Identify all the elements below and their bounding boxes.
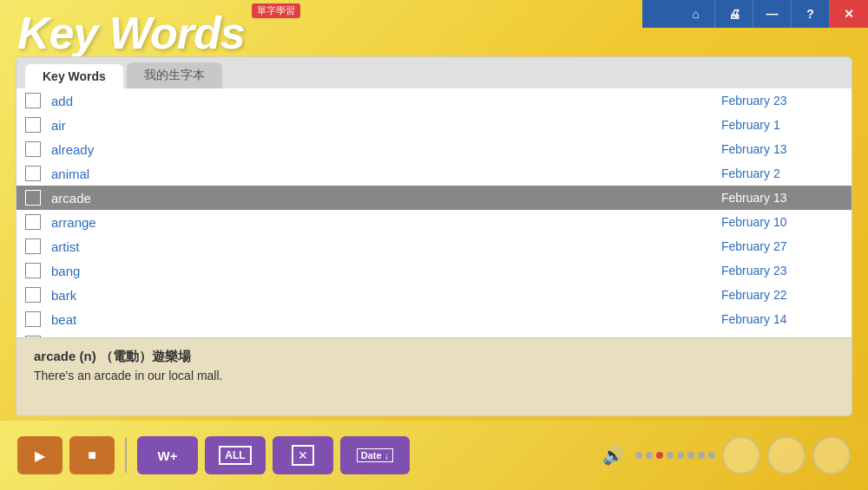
word-checkbox[interactable]	[25, 238, 41, 254]
word-row[interactable]: artistFebruary 27	[16, 234, 852, 258]
random-button[interactable]: ✕	[273, 436, 333, 474]
word-checkbox[interactable]	[25, 214, 41, 230]
toolbar-divider	[125, 438, 127, 473]
word-row[interactable]: arrangeFebruary 10	[16, 210, 852, 234]
word-date: February 14	[721, 312, 843, 326]
all-button[interactable]: ALL	[205, 436, 266, 474]
word-date: February 27	[721, 239, 843, 253]
word-checkbox[interactable]	[25, 287, 41, 303]
word-row[interactable]: barkFebruary 22	[16, 283, 852, 307]
volume-dot[interactable]	[656, 452, 663, 459]
help-button[interactable]: ?	[792, 0, 830, 28]
word-text: already	[51, 142, 721, 157]
word-text: arcade	[51, 191, 721, 206]
volume-dot[interactable]	[667, 452, 674, 459]
word-checkbox[interactable]	[25, 263, 41, 278]
date-icon: Date ↓	[357, 448, 393, 462]
word-date: February 2	[721, 167, 843, 180]
word-checkbox[interactable]	[25, 166, 41, 181]
word-list[interactable]: addFebruary 23airFebruary 1alreadyFebrua…	[16, 88, 852, 337]
word-checkbox[interactable]	[25, 93, 41, 108]
play-icon: ▶	[35, 448, 45, 464]
word-checkbox[interactable]	[25, 190, 41, 206]
tab-bar: Key Words 我的生字本	[16, 57, 852, 88]
word-row[interactable]: beatFebruary 14	[16, 307, 852, 331]
word-text: bark	[51, 288, 721, 303]
word-text: air	[51, 118, 721, 133]
word-row[interactable]: alreadyFebruary 13	[16, 137, 852, 161]
volume-slider[interactable]	[635, 452, 715, 459]
badge-label: 單字學習	[252, 3, 300, 18]
play-button[interactable]: ▶	[17, 436, 62, 474]
volume-dot[interactable]	[687, 452, 694, 459]
volume-dot[interactable]	[677, 452, 684, 459]
word-text: arrange	[51, 215, 721, 230]
volume-dot[interactable]	[698, 452, 705, 459]
top-nav-bar: ⌂ 🖨 — ? ✕	[642, 0, 868, 28]
word-checkbox[interactable]	[25, 141, 41, 157]
stop-icon: ■	[88, 448, 96, 463]
definition-panel: arcade (n) （電動）遊樂場 There's an arcade in …	[16, 337, 852, 415]
word-row[interactable]: animalFebruary 2	[16, 161, 852, 186]
word-text: beat	[51, 312, 721, 327]
print-button[interactable]: 🖨	[715, 0, 753, 28]
word-row[interactable]: bangFebruary 23	[16, 258, 852, 283]
stop-button[interactable]: ■	[69, 436, 115, 474]
volume-dot[interactable]	[646, 452, 653, 459]
circle-btn-1[interactable]	[722, 436, 760, 474]
circle-btn-2[interactable]	[767, 436, 806, 474]
word-row[interactable]: arcadeFebruary 13	[16, 186, 852, 210]
all-label: ALL	[219, 446, 251, 465]
word-row[interactable]: airFebruary 1	[16, 113, 852, 137]
minimize-button[interactable]: —	[753, 0, 792, 28]
date-sort-button[interactable]: Date ↓	[340, 436, 410, 474]
word-date: February 10	[721, 215, 843, 229]
volume-control: 🔊	[597, 440, 715, 471]
word-date: February 13	[721, 142, 843, 156]
word-date: February 13	[721, 191, 843, 205]
volume-dot[interactable]	[635, 452, 642, 459]
word-checkbox[interactable]	[25, 117, 41, 133]
word-row[interactable]: addFebruary 23	[16, 88, 852, 113]
main-content-panel: Key Words 我的生字本 addFebruary 23airFebruar…	[16, 56, 852, 416]
definition-example: There's an arcade in our local mall.	[34, 369, 834, 382]
tab-key-words[interactable]: Key Words	[25, 64, 123, 88]
tab-my-vocab[interactable]: 我的生字本	[127, 62, 222, 88]
word-row[interactable]: beeFebruary 22	[16, 331, 852, 337]
random-icon: ✕	[292, 445, 314, 466]
word-list-container: addFebruary 23airFebruary 1alreadyFebrua…	[16, 88, 852, 337]
wplus-label: W+	[158, 448, 178, 463]
volume-dot[interactable]	[708, 452, 715, 459]
circle-btn-3[interactable]	[812, 436, 851, 474]
definition-word: arcade (n) （電動）遊樂場	[34, 349, 834, 365]
word-text: add	[51, 94, 721, 108]
word-text: artist	[51, 239, 721, 254]
word-date: February 23	[721, 264, 843, 278]
word-text: animal	[51, 167, 721, 181]
home-button[interactable]: ⌂	[677, 0, 715, 28]
word-text: bang	[51, 264, 721, 278]
wplus-button[interactable]: W+	[137, 436, 198, 474]
bottom-toolbar: ▶ ■ W+ ALL ✕ Date ↓ 🔊	[0, 421, 868, 490]
volume-icon[interactable]: 🔊	[597, 440, 628, 471]
word-date: February 23	[721, 94, 843, 108]
word-date: February 1	[721, 118, 843, 132]
word-date: February 22	[721, 288, 843, 302]
close-button[interactable]: ✕	[830, 0, 868, 28]
word-checkbox[interactable]	[25, 311, 41, 327]
